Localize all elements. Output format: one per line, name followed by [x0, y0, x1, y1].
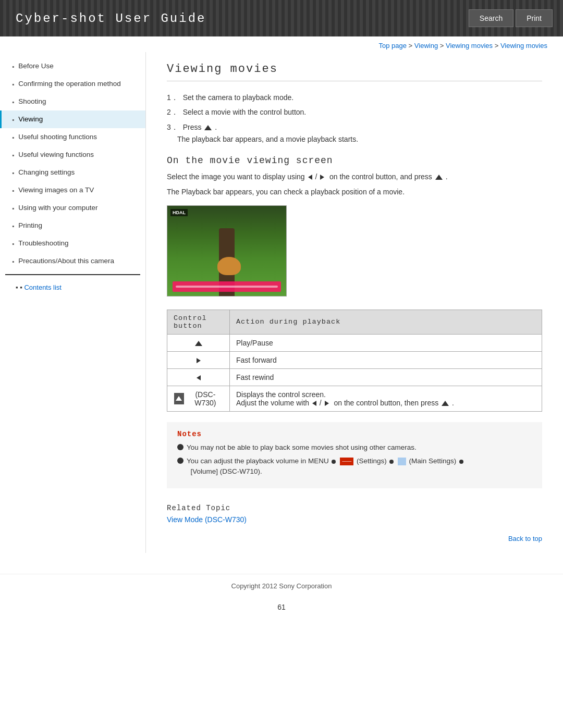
sidebar-item-useful-viewing[interactable]: ▪ Useful viewing functions — [0, 146, 145, 164]
sidebar-bullet: ▪ — [12, 258, 14, 265]
sidebar-bullet: ▪ — [12, 63, 14, 70]
site-title: Cyber-shot User Guide — [0, 11, 206, 26]
select-text-1: Select the image you want to display usi… — [167, 171, 542, 182]
table-cell-action: Play/Pause — [230, 334, 542, 351]
breadcrumb-viewing[interactable]: Viewing — [414, 42, 438, 50]
table-row: (DSC-W730) Displays the control screen. … — [167, 386, 542, 411]
eject-icon — [174, 393, 184, 404]
play-up-icon — [442, 401, 449, 406]
related-topic-title: Related Topic — [167, 504, 542, 512]
table-cell-action-dsc: Displays the control screen. Adjust the … — [230, 386, 542, 411]
page-number: 61 — [0, 598, 563, 616]
breadcrumb: Top page > Viewing > Viewing movies > Vi… — [0, 36, 563, 52]
sidebar-label: Before Use — [18, 62, 138, 70]
site-header: Cyber-shot User Guide Search Print — [0, 0, 563, 36]
movie-screenshot: HDAL — [167, 205, 287, 297]
sidebar-label: Shooting — [18, 97, 138, 105]
right-arrow-icon — [320, 175, 324, 180]
sidebar-bullet: ▪ — [12, 134, 14, 141]
sidebar-label: Printing — [18, 221, 138, 229]
sidebar-label: Troubleshooting — [18, 239, 138, 247]
page-title: Viewing movies — [167, 63, 542, 81]
sidebar-item-precautions[interactable]: ▪ Precautions/About this camera — [0, 252, 145, 270]
sidebar-bullet: ▪ — [12, 169, 14, 177]
print-button[interactable]: Print — [516, 9, 553, 27]
table-header-action: Action during playback — [230, 310, 542, 334]
cat-figure — [217, 257, 241, 275]
sidebar-item-shooting[interactable]: ▪ Shooting — [0, 93, 145, 110]
left-arrow-icon — [197, 375, 201, 380]
sidebar-bullet: ▪ — [12, 152, 14, 159]
sidebar-item-confirming[interactable]: ▪ Confirming the operation method — [0, 75, 145, 93]
notes-title: Notes — [177, 430, 532, 438]
notes-box: Notes You may not be able to play back s… — [167, 422, 542, 488]
table-cell-icon — [167, 334, 230, 351]
table-cell-action: Fast forward — [230, 351, 542, 368]
sidebar-label: Confirming the operation method — [18, 80, 138, 88]
left-arrow-icon — [308, 175, 312, 180]
table-row: Fast rewind — [167, 368, 542, 386]
up-triangle-icon — [195, 341, 202, 346]
settings-icon: —— — [340, 458, 353, 466]
play-icon — [204, 125, 212, 130]
sidebar-divider — [5, 274, 140, 275]
playbar-progress — [176, 286, 278, 288]
sidebar-bullet: ▪ — [12, 223, 14, 230]
breadcrumb-current[interactable]: Viewing movies — [500, 42, 547, 50]
menu-dot-icon — [332, 460, 336, 464]
table-row: Fast forward — [167, 351, 542, 368]
sidebar-item-viewing[interactable]: ▪ Viewing — [0, 110, 145, 128]
table-cell-icon-dsc: (DSC-W730) — [167, 386, 230, 411]
sidebar-item-viewing-tv[interactable]: ▪ Viewing images on a TV — [0, 181, 145, 199]
menu-dot-icon — [389, 460, 394, 464]
step-2: 2． Select a movie with the control butto… — [167, 106, 542, 118]
main-settings-icon — [398, 458, 406, 466]
breadcrumb-top[interactable]: Top page — [378, 42, 407, 50]
sidebar-label: Viewing images on a TV — [18, 186, 138, 194]
notes-bullet — [177, 444, 183, 450]
control-table: Control button Action during playback Pl… — [167, 310, 542, 412]
contents-link[interactable]: ▪ ▪ Contents list — [0, 279, 145, 295]
breadcrumb-viewing-movies[interactable]: Viewing movies — [446, 42, 493, 50]
table-cell-action: Fast rewind — [230, 368, 542, 386]
sidebar-bullet: ▪ — [12, 205, 14, 212]
notes-item-2: You can adjust the playback volume in ME… — [177, 456, 532, 477]
footer-text: Copyright 2012 Sony Corporation — [8, 582, 555, 590]
sidebar: ▪ Before Use ▪ Confirming the operation … — [0, 52, 146, 553]
related-topic: Related Topic View Mode (DSC-W730) — [167, 504, 542, 524]
table-row: Play/Pause — [167, 334, 542, 351]
header-buttons: Search Print — [469, 9, 563, 27]
back-to-top-link[interactable]: Back to top — [508, 535, 542, 542]
sidebar-item-printing[interactable]: ▪ Printing — [0, 217, 145, 235]
sidebar-bullet: ▪ — [12, 81, 14, 88]
sidebar-item-troubleshooting[interactable]: ▪ Troubleshooting — [0, 235, 145, 252]
right-arrow-icon — [325, 401, 329, 406]
sidebar-bullet: ▪ — [12, 240, 14, 248]
sidebar-item-before-use[interactable]: ▪ Before Use — [0, 57, 145, 75]
notes-bullet — [177, 458, 183, 464]
related-topic-link[interactable]: View Mode (DSC-W730) — [167, 515, 247, 524]
sidebar-label: Changing settings — [18, 168, 138, 176]
sidebar-bullet: ▪ — [12, 116, 14, 124]
sidebar-item-using-computer[interactable]: ▪ Using with your computer — [0, 199, 145, 217]
sidebar-bullet: ▪ — [12, 187, 14, 194]
sidebar-label: Using with your computer — [18, 204, 138, 212]
menu-dot-icon — [459, 460, 463, 464]
sidebar-label: Viewing — [18, 115, 138, 123]
step3-note: The playback bar appears, and a movie pl… — [177, 134, 542, 145]
sidebar-bullet: ▪ — [12, 98, 14, 106]
sidebar-label: Useful viewing functions — [18, 151, 138, 158]
right-arrow-icon — [197, 358, 201, 363]
step-1: 1． Set the camera to playback mode. — [167, 92, 542, 103]
sidebar-item-useful-shooting[interactable]: ▪ Useful shooting functions — [0, 128, 145, 146]
sidebar-item-changing-settings[interactable]: ▪ Changing settings — [0, 164, 145, 181]
page-footer: Copyright 2012 Sony Corporation — [0, 574, 563, 598]
search-button[interactable]: Search — [469, 9, 513, 27]
contents-list-link[interactable]: Contents list — [24, 283, 62, 291]
movie-playbar — [173, 281, 281, 292]
main-content: Viewing movies 1． Set the camera to play… — [146, 52, 563, 553]
back-to-top: Back to top — [167, 534, 542, 542]
up-white-icon — [176, 396, 182, 401]
sidebar-label: Precautions/About this camera — [18, 257, 138, 265]
step-3: 3． Press . The playback bar appears, and… — [167, 121, 542, 145]
